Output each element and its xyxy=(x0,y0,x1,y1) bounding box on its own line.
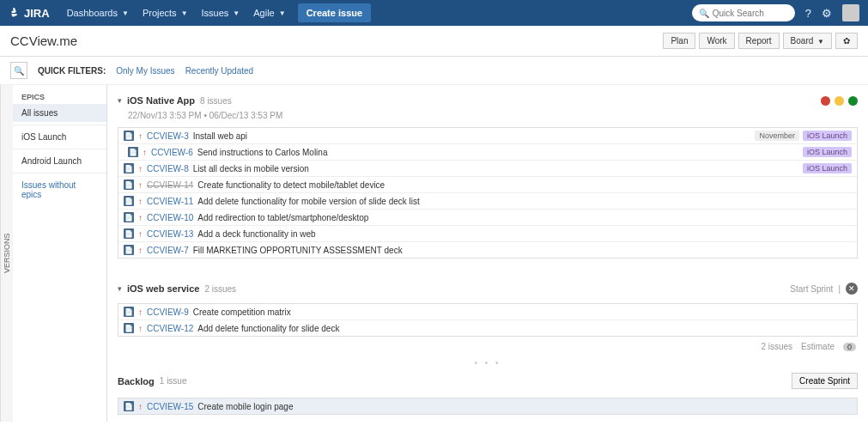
issue-summary: Send instructions to Carlos Molina xyxy=(197,148,328,157)
collapse-icon[interactable]: ▾ xyxy=(118,96,122,105)
issue-key-link[interactable]: CCVIEW-15 xyxy=(147,402,193,411)
status-red-icon xyxy=(821,96,830,106)
epic-tag[interactable]: iOS Launch xyxy=(803,131,852,141)
issue-summary: Add delete functionality for slide deck xyxy=(197,324,339,333)
jira-logo-icon xyxy=(9,7,21,19)
epic-tag[interactable]: November xyxy=(755,131,799,141)
issue-tags: NovemberiOS Launch xyxy=(755,131,852,141)
backlog-title: Backlog xyxy=(118,376,155,386)
issue-summary: List all decks in mobile version xyxy=(193,164,309,173)
versions-tab[interactable]: VERSIONS xyxy=(0,85,13,422)
issue-summary: Fill MARKETING OPPORTUNITY ASSESSMENT de… xyxy=(193,246,403,255)
issue-type-icon: 📄 xyxy=(124,401,134,411)
collapse-icon[interactable]: ▾ xyxy=(118,284,122,293)
issue-type-icon: 📄 xyxy=(124,307,134,317)
issue-row[interactable]: 📄↑CCVIEW-14Create functionality to detec… xyxy=(118,177,857,193)
priority-icon: ↑ xyxy=(138,180,143,190)
nav-dashboards[interactable]: Dashboards▼ xyxy=(60,8,136,18)
filter-search-button[interactable]: 🔍 xyxy=(10,62,27,79)
filter-recently-updated[interactable]: Recently Updated xyxy=(185,66,254,76)
issue-key-link[interactable]: CCVIEW-10 xyxy=(147,213,193,222)
issue-row[interactable]: 📄↑CCVIEW-3Install web apiNovemberiOS Lau… xyxy=(118,128,857,144)
issue-tags: iOS Launch xyxy=(803,163,852,173)
chevron-down-icon: ▼ xyxy=(233,9,240,17)
sprint-header-ios-web: ▾ iOS web service 2 issues Start Sprint … xyxy=(118,279,858,298)
chevron-down-icon: ▼ xyxy=(122,9,129,17)
issue-key-link[interactable]: CCVIEW-14 xyxy=(147,180,193,190)
topbar: JIRA Dashboards▼ Projects▼ Issues▼ Agile… xyxy=(0,0,868,26)
sidebar-item-android-launch[interactable]: Android Launch xyxy=(13,152,106,170)
sidebar-item-all-issues[interactable]: All issues xyxy=(13,104,106,122)
work-button[interactable]: Work xyxy=(699,33,734,49)
issue-row[interactable]: 📄↑CCVIEW-7Fill MARKETING OPPORTUNITY ASS… xyxy=(118,242,857,258)
issue-key-link[interactable]: CCVIEW-8 xyxy=(147,164,189,173)
issue-key-link[interactable]: CCVIEW-13 xyxy=(147,229,193,239)
issue-key-link[interactable]: CCVIEW-11 xyxy=(147,197,193,206)
logo[interactable]: JIRA xyxy=(9,7,50,20)
plan-button[interactable]: Plan xyxy=(663,33,695,49)
issue-key-link[interactable]: CCVIEW-9 xyxy=(147,307,189,317)
sprint-footer: 2 issues Estimate 0 xyxy=(118,337,858,356)
chevron-down-icon: ▼ xyxy=(279,9,286,17)
issue-row[interactable]: 📄↑CCVIEW-6Send instructions to Carlos Mo… xyxy=(118,144,857,161)
issue-row[interactable]: 📄↑CCVIEW-13Add a deck functionality in w… xyxy=(118,226,857,242)
report-button[interactable]: Report xyxy=(738,33,780,49)
create-issue-button[interactable]: Create issue xyxy=(298,3,371,22)
issue-key-link[interactable]: CCVIEW-7 xyxy=(147,246,189,255)
epic-tag[interactable]: iOS Launch xyxy=(803,147,852,157)
filter-only-my-issues[interactable]: Only My Issues xyxy=(116,66,174,76)
nav-agile[interactable]: Agile▼ xyxy=(246,8,292,18)
delete-sprint-button[interactable]: ✕ xyxy=(846,283,858,295)
issue-row[interactable]: 📄↑CCVIEW-15Create mobile login page xyxy=(118,399,857,414)
backlog-content: ▾ iOS Native App 8 issues 22/Nov/13 3:53… xyxy=(107,85,868,422)
quick-search[interactable]: 🔍 xyxy=(692,4,795,21)
search-icon: 🔍 xyxy=(14,66,24,76)
sidebar-issues-without-epics[interactable]: Issues without epics xyxy=(13,176,106,204)
sprint-count: 8 issues xyxy=(200,96,232,106)
issue-tags: iOS Launch xyxy=(803,147,852,157)
quick-search-input[interactable] xyxy=(713,9,781,18)
nav-projects[interactable]: Projects▼ xyxy=(136,8,195,18)
issue-row[interactable]: 📄↑CCVIEW-11Add delete functionality for … xyxy=(118,193,857,210)
issue-key-link[interactable]: CCVIEW-3 xyxy=(147,131,189,141)
help-icon[interactable]: ? xyxy=(805,7,811,20)
issue-type-icon: 📄 xyxy=(124,245,134,255)
issue-row[interactable]: 📄↑CCVIEW-8List all decks in mobile versi… xyxy=(118,161,857,177)
create-sprint-button[interactable]: Create Sprint xyxy=(792,373,858,389)
board-config-button[interactable]: ✿ xyxy=(835,33,858,49)
settings-icon[interactable]: ⚙ xyxy=(822,7,832,20)
chevron-down-icon: ▼ xyxy=(817,38,824,46)
backlog-count: 1 issue xyxy=(160,376,187,386)
issue-summary: Add redirection to tablet/smartphone/des… xyxy=(197,213,368,222)
issue-summary: Install web api xyxy=(193,131,247,141)
status-yellow-icon xyxy=(835,96,844,106)
issue-row[interactable]: 📄↑CCVIEW-9Create competition matrix xyxy=(118,304,857,320)
board-button[interactable]: Board ▼ xyxy=(783,33,832,49)
issue-summary: Add delete functionality for mobile vers… xyxy=(197,197,419,206)
epics-heading: EPICS xyxy=(13,90,106,104)
issue-key-link[interactable]: CCVIEW-12 xyxy=(147,324,193,333)
issue-key-link[interactable]: CCVIEW-6 xyxy=(151,148,193,157)
sidebar-item-ios-launch[interactable]: iOS Launch xyxy=(13,128,106,146)
epic-tag[interactable]: iOS Launch xyxy=(803,163,852,173)
user-avatar[interactable] xyxy=(842,4,859,21)
priority-icon: ↑ xyxy=(138,197,143,206)
nav-issues[interactable]: Issues▼ xyxy=(195,8,247,18)
issue-list: 📄↑CCVIEW-9Create competition matrix📄↑CCV… xyxy=(118,303,858,337)
issue-summary: Add a deck functionality in web xyxy=(197,229,315,239)
start-sprint-link: Start Sprint xyxy=(790,284,833,294)
priority-icon: ↑ xyxy=(138,164,143,173)
issue-list: 📄↑CCVIEW-3Install web apiNovemberiOS Lau… xyxy=(118,127,858,259)
status-green-icon xyxy=(848,96,858,106)
issue-row[interactable]: 📄↑CCVIEW-12Add delete functionality for … xyxy=(118,320,857,336)
priority-icon: ↑ xyxy=(138,307,143,317)
footer-estimate-label: Estimate xyxy=(801,342,835,351)
quick-filters-label: QUICK FILTERS: xyxy=(38,66,106,76)
quick-filters-row: 🔍 QUICK FILTERS: Only My Issues Recently… xyxy=(0,57,868,85)
issue-type-icon: 📄 xyxy=(124,196,134,206)
backlog-header: Backlog 1 issue Create Sprint xyxy=(118,369,858,392)
issue-type-icon: 📄 xyxy=(128,147,138,157)
drag-handle-icon[interactable]: • • • xyxy=(118,356,858,369)
issue-row[interactable]: 📄↑CCVIEW-10Add redirection to tablet/sma… xyxy=(118,210,857,226)
priority-icon: ↑ xyxy=(138,246,143,255)
